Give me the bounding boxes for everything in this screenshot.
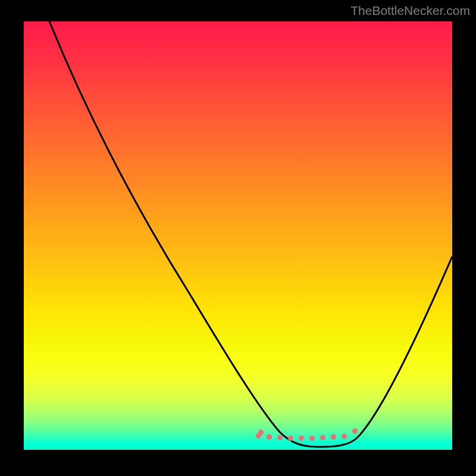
marker-dot <box>331 434 336 440</box>
marker-dot <box>267 434 272 440</box>
watermark-text: TheBottleNecker.com <box>350 4 470 18</box>
marker-dot <box>320 435 325 440</box>
marker-dot <box>299 436 304 441</box>
marker-dot <box>258 430 264 435</box>
marker-dot <box>288 436 293 441</box>
bottleneck-curve <box>24 21 452 450</box>
marker-dot <box>352 428 358 434</box>
marker-dot <box>342 434 347 439</box>
marker-dot <box>277 435 283 440</box>
marker-dot <box>309 436 315 441</box>
plot-area <box>24 21 452 450</box>
marker-segment <box>256 431 357 439</box>
